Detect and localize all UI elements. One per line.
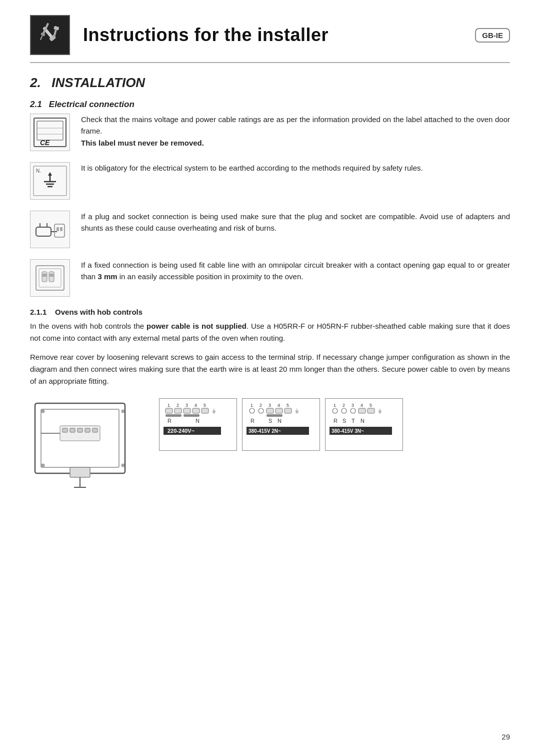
svg-rect-44 <box>70 428 75 432</box>
hob-para-1: In the ovens with hob controls the power… <box>30 320 510 344</box>
plug-socket-icon <box>30 211 70 248</box>
diagram-area: 1 2 3 4 5 ⏚ R <box>30 398 510 495</box>
svg-text:5: 5 <box>204 403 206 408</box>
svg-point-70 <box>250 408 254 413</box>
svg-rect-19 <box>36 227 51 236</box>
content-block-3: If a plug and socket connection is being… <box>30 211 510 248</box>
svg-text:3: 3 <box>352 403 354 408</box>
svg-rect-24 <box>56 227 59 231</box>
svg-text:R: R <box>334 418 338 424</box>
svg-text:5: 5 <box>286 403 289 408</box>
svg-rect-45 <box>78 428 82 432</box>
tools-icon <box>30 15 70 55</box>
svg-rect-56 <box>192 408 200 413</box>
svg-text:⏚: ⏚ <box>295 407 299 414</box>
svg-rect-91 <box>368 408 374 413</box>
svg-text:T: T <box>352 418 355 424</box>
svg-text:S: S <box>342 418 346 424</box>
svg-text:2: 2 <box>342 403 345 408</box>
text-block-2: It is obligatory for the electrical syst… <box>81 162 510 176</box>
svg-rect-5 <box>54 26 59 31</box>
wiring-diagram-380-2n: 1 2 3 4 5 ⏚ R S N <box>242 398 320 451</box>
svg-rect-36 <box>70 467 90 477</box>
svg-text:380-415V 3N~: 380-415V 3N~ <box>332 428 364 434</box>
svg-rect-57 <box>202 408 208 413</box>
svg-text:380-415V 2N~: 380-415V 2N~ <box>248 428 281 434</box>
svg-point-89 <box>350 408 356 413</box>
svg-rect-30 <box>42 274 47 277</box>
svg-rect-7 <box>34 118 66 147</box>
svg-text:220-240V~: 220-240V~ <box>168 428 195 434</box>
header: Instructions for the installer GB-IE <box>30 15 510 63</box>
svg-rect-47 <box>92 428 98 432</box>
svg-text:3: 3 <box>186 403 188 408</box>
svg-rect-4 <box>40 35 43 40</box>
svg-point-39 <box>42 410 44 413</box>
header-badge: GB-IE <box>475 28 510 43</box>
svg-rect-8 <box>37 121 63 140</box>
subsection-title: 2.1 Electrical connection <box>30 100 510 110</box>
svg-rect-25 <box>60 227 62 231</box>
wiring-diagram-380-3n: 1 2 3 4 5 ⏚ R S T N <box>325 398 403 451</box>
svg-text:⏚: ⏚ <box>378 407 382 414</box>
svg-text:N: N <box>360 418 364 424</box>
svg-point-87 <box>332 408 338 413</box>
text-block-1: Check that the mains voltage and power c… <box>81 114 510 151</box>
svg-rect-53 <box>166 408 172 413</box>
svg-text:1: 1 <box>334 403 336 408</box>
svg-text:4: 4 <box>360 403 363 408</box>
oven-diagram <box>30 398 145 495</box>
svg-rect-23 <box>54 224 64 237</box>
content-block-2: N. It is obligatory for the electrical s… <box>30 162 510 200</box>
svg-point-42 <box>122 464 124 467</box>
text-block-3: If a plug and socket connection is being… <box>81 211 510 236</box>
svg-text:1: 1 <box>250 403 253 408</box>
svg-text:5: 5 <box>370 403 372 408</box>
svg-rect-6 <box>53 30 57 38</box>
svg-text:S: S <box>268 418 272 424</box>
svg-rect-90 <box>358 408 366 413</box>
svg-text:⏚: ⏚ <box>212 407 216 414</box>
content-block-1: CE Check that the mains voltage and powe… <box>30 114 510 151</box>
svg-point-88 <box>342 408 346 413</box>
svg-point-40 <box>122 410 124 413</box>
svg-point-71 <box>258 408 264 413</box>
wiring-diagram-220: 1 2 3 4 5 ⏚ R <box>159 398 237 451</box>
svg-rect-43 <box>62 428 68 432</box>
svg-text:R: R <box>168 418 172 424</box>
svg-text:4: 4 <box>278 403 280 408</box>
svg-text:2: 2 <box>176 403 179 408</box>
svg-point-41 <box>42 464 44 467</box>
svg-text:4: 4 <box>194 403 197 408</box>
svg-text:N: N <box>278 418 282 424</box>
svg-rect-55 <box>184 408 190 413</box>
header-title: Instructions for the installer <box>83 25 465 46</box>
svg-rect-60 <box>184 414 200 417</box>
content-block-4: If a fixed connection is being used fit … <box>30 259 510 297</box>
svg-rect-73 <box>276 408 282 413</box>
earth-symbol-icon: N. <box>30 162 70 200</box>
wiring-diagrams: 1 2 3 4 5 ⏚ R <box>159 398 403 451</box>
text-block-4: If a fixed connection is being used fit … <box>81 259 510 285</box>
svg-rect-46 <box>85 428 90 432</box>
circuit-breaker-icon <box>30 259 70 297</box>
svg-rect-31 <box>49 274 54 277</box>
ce-label-icon: CE <box>30 114 70 151</box>
svg-text:3: 3 <box>268 403 271 408</box>
svg-marker-18 <box>48 172 52 176</box>
svg-text:N.: N. <box>36 168 41 174</box>
svg-rect-59 <box>166 414 182 417</box>
svg-rect-54 <box>174 408 182 413</box>
section-title: 2. INSTALLATION <box>30 75 510 91</box>
svg-rect-72 <box>266 408 274 413</box>
svg-rect-76 <box>266 414 282 417</box>
svg-text:R: R <box>250 418 254 424</box>
svg-text:2: 2 <box>260 403 262 408</box>
svg-text:CE: CE <box>40 139 50 147</box>
page: Instructions for the installer GB-IE 2. … <box>0 0 540 756</box>
hob-para-2: Remove rear cover by loosening relevant … <box>30 351 510 387</box>
svg-rect-74 <box>284 408 292 413</box>
svg-text:N: N <box>196 418 200 424</box>
page-number: 29 <box>502 732 510 741</box>
subsubsection-title: 2.1.1 Ovens with hob controls <box>30 308 510 316</box>
